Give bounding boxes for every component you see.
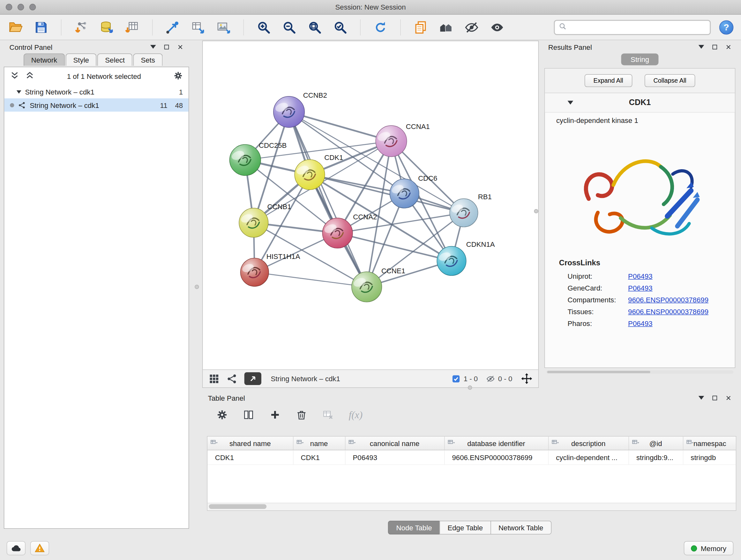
selected-checkbox-icon[interactable] xyxy=(452,374,461,383)
first-neighbors-icon[interactable] xyxy=(438,19,454,35)
panel-collapse-icon[interactable] xyxy=(698,396,704,400)
node-label: CCNB1 xyxy=(267,203,291,211)
tab-sets[interactable]: Sets xyxy=(133,53,163,66)
collection-label: String Network – cdk1 xyxy=(25,88,94,96)
zoom-out-icon[interactable] xyxy=(281,19,297,35)
table-hscrollbar[interactable] xyxy=(207,503,736,510)
new-network-icon[interactable] xyxy=(164,19,180,35)
node-label: CCNB2 xyxy=(303,91,327,99)
tab-node-table[interactable]: Node Table xyxy=(388,521,440,535)
hide-selected-icon[interactable] xyxy=(464,19,480,35)
column-header-namespac[interactable]: namespac xyxy=(683,436,736,450)
save-session-icon[interactable] xyxy=(33,19,49,35)
hidden-eye-icon[interactable] xyxy=(486,374,495,383)
panel-close-icon[interactable] xyxy=(177,44,183,50)
collapse-all-icon[interactable] xyxy=(10,71,19,81)
zoom-in-icon[interactable] xyxy=(256,19,272,35)
node-table[interactable]: shared name name canonical name database… xyxy=(207,436,737,511)
zoom-fit-content-icon[interactable] xyxy=(307,19,323,35)
panel-float-icon[interactable] xyxy=(712,395,718,401)
crosslink-link[interactable]: P06493 xyxy=(628,284,653,292)
launch-view-button[interactable] xyxy=(245,372,261,385)
tab-string[interactable]: String xyxy=(621,53,658,65)
network-edge[interactable] xyxy=(289,112,367,287)
import-network-from-file-icon[interactable] xyxy=(73,19,89,35)
column-header-name[interactable]: name xyxy=(293,436,345,450)
network-node-CDK1[interactable]: CDK1 xyxy=(294,153,343,190)
show-all-icon[interactable] xyxy=(489,19,505,35)
network-node-CDC6[interactable]: CDC6 xyxy=(390,174,437,208)
column-header-shared-name[interactable]: shared name xyxy=(207,436,293,450)
crosslink-link[interactable]: P06493 xyxy=(628,319,653,327)
collapse-all-button[interactable]: Collapse All xyxy=(644,74,695,87)
grid-view-icon[interactable] xyxy=(208,373,220,384)
expand-all-button[interactable]: Expand All xyxy=(584,74,632,87)
gear-icon[interactable] xyxy=(173,71,183,81)
node-label: HIST1H1A xyxy=(266,253,300,260)
network-edge[interactable] xyxy=(255,272,367,287)
expand-all-icon[interactable] xyxy=(25,71,35,81)
new-column-icon[interactable] xyxy=(243,409,254,421)
table-row[interactable]: CDK1CDK1P064939606.ENSP00000378699cyclin… xyxy=(207,450,736,465)
memory-button[interactable]: Memory xyxy=(684,541,734,555)
column-header-database-identifier[interactable]: database identifier xyxy=(444,436,548,450)
crosslink-link[interactable]: 9606.ENSP00000378699 xyxy=(628,307,709,315)
network-canvas[interactable]: CCNB2 CCNA1 CDC25B CDK1 xyxy=(203,41,538,369)
tab-network[interactable]: Network xyxy=(23,53,65,66)
panel-collapse-icon[interactable] xyxy=(698,45,704,49)
gene-section-header[interactable]: CDK1 xyxy=(545,93,735,113)
network-view[interactable]: CCNB2 CCNA1 CDC25B CDK1 xyxy=(202,41,539,388)
network-node-CCNB2[interactable]: CCNB2 xyxy=(273,91,327,127)
panel-collapse-icon[interactable] xyxy=(150,45,156,49)
column-header-canonical-name[interactable]: canonical name xyxy=(345,436,444,450)
export-image-icon[interactable] xyxy=(215,19,231,35)
cloud-icon[interactable] xyxy=(7,541,25,555)
search-box[interactable] xyxy=(554,19,711,35)
gene-collapse-icon[interactable] xyxy=(568,101,574,105)
network-collection-row[interactable]: String Network – cdk1 1 xyxy=(4,85,189,98)
collection-expand-icon[interactable] xyxy=(17,90,21,93)
network-node-CCNA1[interactable]: CCNA1 xyxy=(376,123,430,157)
panel-float-icon[interactable] xyxy=(712,44,718,50)
toolbar-separator xyxy=(400,19,401,35)
birdseye-network-icon[interactable] xyxy=(226,373,238,384)
help-button[interactable]: ? xyxy=(719,20,733,34)
pan-crosshair-icon[interactable] xyxy=(521,373,533,384)
tab-edge-table[interactable]: Edge Table xyxy=(440,521,491,535)
import-table-from-file-icon[interactable] xyxy=(124,19,140,35)
horizontal-splitter-handle[interactable] xyxy=(468,385,472,389)
warning-icon[interactable] xyxy=(30,541,49,555)
network-from-table-icon[interactable] xyxy=(190,19,206,35)
tab-style[interactable]: Style xyxy=(66,53,97,66)
zoom-selected-icon[interactable] xyxy=(332,19,348,35)
vertical-splitter-handle[interactable] xyxy=(534,209,538,213)
panel-close-icon[interactable] xyxy=(725,395,731,401)
tab-select[interactable]: Select xyxy=(98,53,132,66)
column-header--id[interactable]: @id xyxy=(629,436,683,450)
delete-icon[interactable] xyxy=(296,409,307,421)
results-scrollbar[interactable] xyxy=(546,370,733,374)
network-node-RB1[interactable]: RB1 xyxy=(450,193,492,227)
network-edge[interactable] xyxy=(289,112,391,141)
tab-network-table[interactable]: Network Table xyxy=(490,521,551,535)
column-header-description[interactable]: description xyxy=(548,436,629,450)
search-input[interactable] xyxy=(570,23,706,32)
open-session-icon[interactable] xyxy=(8,19,23,35)
duplicate-network-icon[interactable] xyxy=(413,19,428,35)
toolbar-separator xyxy=(360,19,360,35)
vertical-splitter-handle[interactable] xyxy=(195,285,199,289)
panel-close-icon[interactable] xyxy=(725,44,731,50)
table-panel: Table Panel f(x) shared name name canoni… xyxy=(202,392,737,537)
apply-layout-icon[interactable] xyxy=(373,19,388,35)
network-row[interactable]: String Network – cdk1 11 48 xyxy=(4,98,189,111)
network-node-CDKN1A[interactable]: CDKN1A xyxy=(437,240,495,275)
network-node-HIST1H1A[interactable]: HIST1H1A xyxy=(240,253,300,287)
panel-float-icon[interactable] xyxy=(163,44,170,50)
crosslink-link[interactable]: P06493 xyxy=(628,272,653,280)
import-network-from-database-icon[interactable] xyxy=(98,19,115,35)
protein-structure-image xyxy=(545,126,735,253)
crosslink-link[interactable]: 9606.ENSP00000378699 xyxy=(628,296,709,304)
add-row-icon[interactable] xyxy=(269,409,281,421)
scrollbar-thumb[interactable] xyxy=(209,504,267,509)
gear-icon[interactable] xyxy=(216,409,228,421)
